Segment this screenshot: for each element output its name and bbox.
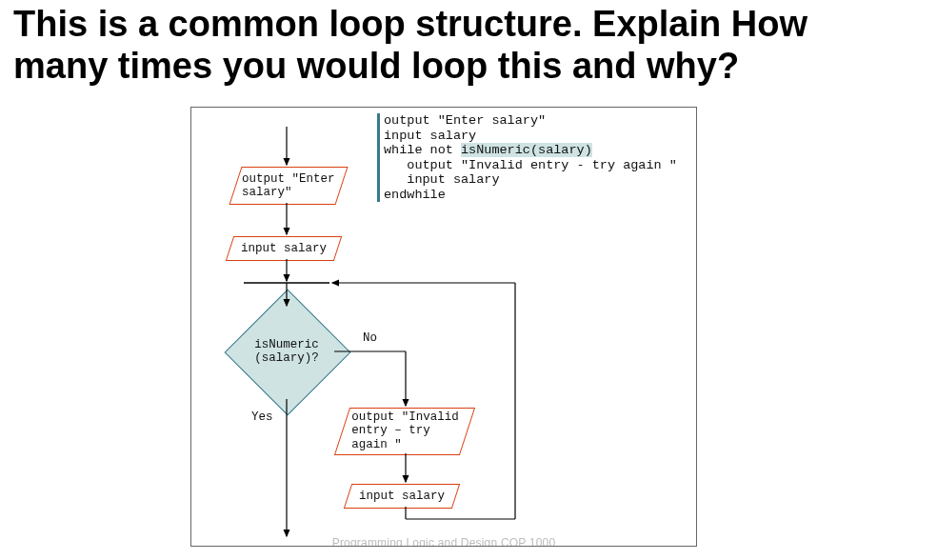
code-line-6: endwhile <box>384 188 446 202</box>
code-line-5: input salary <box>384 172 500 187</box>
io-input-salary-2-text: input salary <box>355 488 449 505</box>
pseudocode-block: output "Enter salary" input salary while… <box>377 113 677 202</box>
question-title: This is a common loop structure. Explain… <box>13 4 927 87</box>
io-output-prompt: output "Entersalary" <box>229 167 349 205</box>
decision-text: isNumeric(salary)? <box>225 338 349 366</box>
io-input-salary-1: input salary <box>226 236 342 261</box>
figure-container: output "Enter salary" input salary while… <box>190 107 697 547</box>
io-output-error: output "Invalidentry – tryagain " <box>334 408 475 455</box>
code-line-1: output "Enter salary" <box>384 113 546 128</box>
title-line-1: This is a common loop structure. Explain… <box>13 4 807 44</box>
code-line-4: output "Invalid entry - try again " <box>384 158 677 172</box>
io-input-salary-1-text: input salary <box>237 240 330 257</box>
code-highlight: isNumeric(salary) <box>461 143 592 157</box>
code-line-3a: while not <box>384 143 461 157</box>
label-no: No <box>363 331 377 345</box>
io-input-salary-2: input salary <box>344 484 460 509</box>
io-output-error-text: output "Invalidentry – tryagain " <box>348 409 463 453</box>
code-line-2: input salary <box>384 129 476 143</box>
footer-credit: Programming Logic and Design COP 1000 <box>191 536 696 547</box>
label-yes: Yes <box>251 410 273 424</box>
title-line-2: many times you would loop this and why? <box>13 46 739 86</box>
io-output-prompt-text: output "Entersalary" <box>238 170 339 202</box>
